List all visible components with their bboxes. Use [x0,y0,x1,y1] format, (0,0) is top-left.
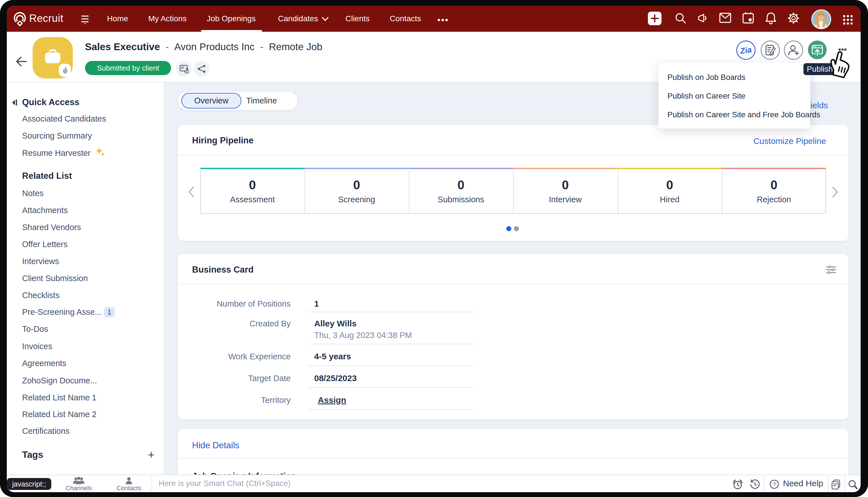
svg-text:?: ? [773,481,776,487]
svg-text:Zia: Zia [739,45,752,55]
